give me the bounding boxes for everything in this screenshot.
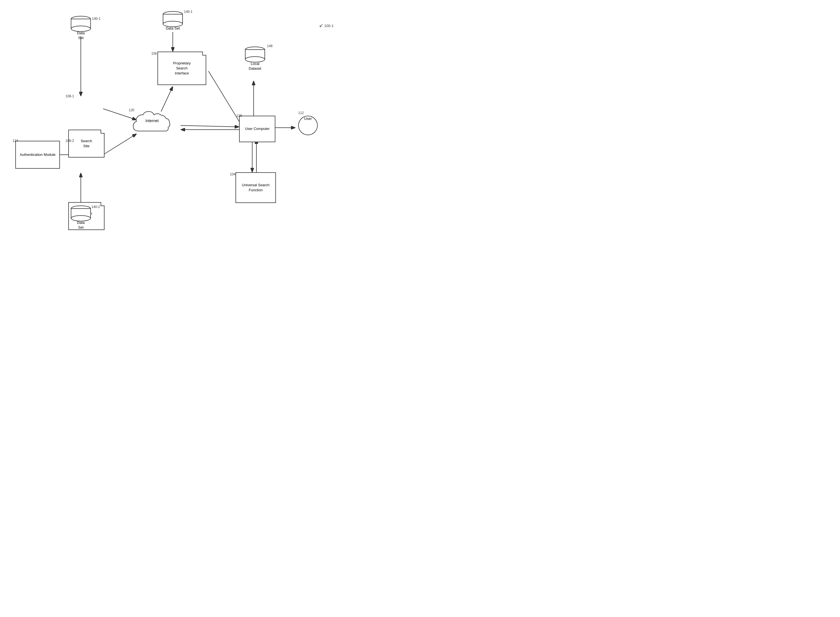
svg-point-30 — [245, 57, 265, 62]
user-computer: User Computer — [239, 116, 276, 142]
proprietary-search-ref: 156 — [151, 52, 157, 56]
local-dataset: LocalDataset — [240, 43, 270, 74]
diagram-ref: ↙ 100-1 — [319, 22, 334, 28]
svg-point-25 — [71, 26, 91, 31]
dataset-bottom-left-ref: 140-2 — [91, 205, 100, 209]
svg-point-36 — [71, 216, 91, 221]
proprietary-search-interface: ProprietarySearchInterface — [158, 52, 206, 85]
authentication-module: Authentication Module — [15, 141, 60, 169]
dataset-top-center-ref: 140-1 — [184, 10, 193, 14]
search-site-1-label: SearchSite — [81, 139, 92, 149]
dataset-top-left-ref: 140-1 — [92, 17, 100, 21]
diagram-arrows — [0, 0, 420, 308]
svg-line-8 — [181, 125, 239, 127]
user-computer-ref: 128 — [236, 114, 242, 118]
diagram-container: Data Set 140-1 DataSet 140-1 Proprietary… — [0, 0, 420, 308]
user-ref: 112 — [298, 111, 304, 115]
internet-cloud: Internet — [130, 107, 174, 139]
universal-search-function: Universal Search Function — [236, 172, 276, 203]
dataset-top-center-label: Data Set — [166, 26, 180, 31]
dataset-bottom-left-label: DataSet — [77, 220, 84, 230]
internet-ref: 120 — [129, 108, 134, 112]
internet-label: Internet — [130, 118, 174, 123]
svg-line-7 — [208, 71, 242, 127]
proprietary-search-label: ProprietarySearchInterface — [173, 61, 191, 76]
dataset-top-left: DataSet — [65, 15, 96, 40]
user-node: User — [294, 112, 322, 139]
svg-point-20 — [163, 21, 183, 27]
universal-search-ref: 104 — [230, 172, 236, 176]
search-site-1: SearchSite — [68, 130, 105, 158]
authentication-module-label: Authentication Module — [20, 152, 56, 157]
user-computer-label: User Computer — [245, 126, 270, 131]
dataset-top-center: Data Set — [158, 8, 188, 34]
search-site-1-ref: 108-1 — [65, 94, 74, 98]
dataset-top-left-label: DataSet — [77, 31, 84, 40]
user-label: User — [294, 117, 322, 121]
local-dataset-ref: 148 — [267, 44, 273, 48]
search-site-2-ref: 108-2 — [65, 139, 74, 143]
authentication-module-ref: 124 — [13, 139, 18, 143]
local-dataset-label: LocalDataset — [249, 62, 261, 71]
universal-search-label: Universal Search Function — [239, 183, 273, 193]
